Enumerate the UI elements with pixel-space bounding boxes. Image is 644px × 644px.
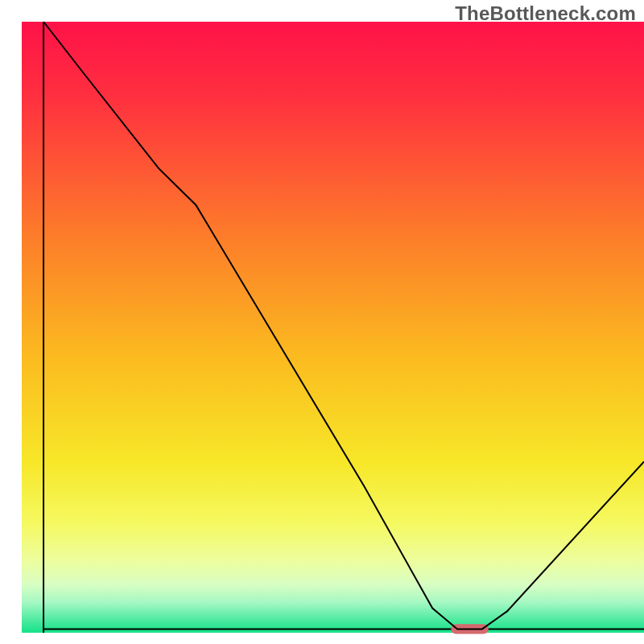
chart-canvas (0, 0, 644, 644)
bottleneck-chart: TheBottleneck.com (0, 0, 644, 644)
watermark-text: TheBottleneck.com (455, 2, 636, 25)
